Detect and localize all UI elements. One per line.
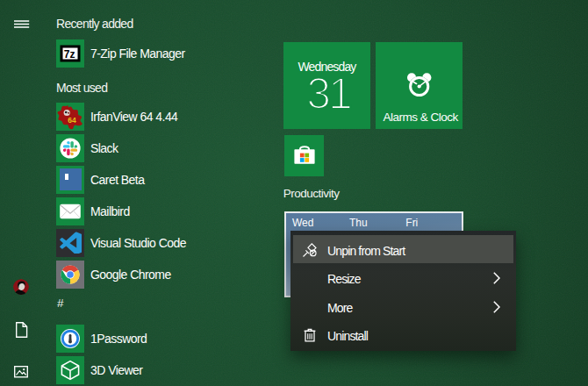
svg-text:7z: 7z — [64, 48, 75, 61]
svg-text:64: 64 — [68, 115, 77, 124]
